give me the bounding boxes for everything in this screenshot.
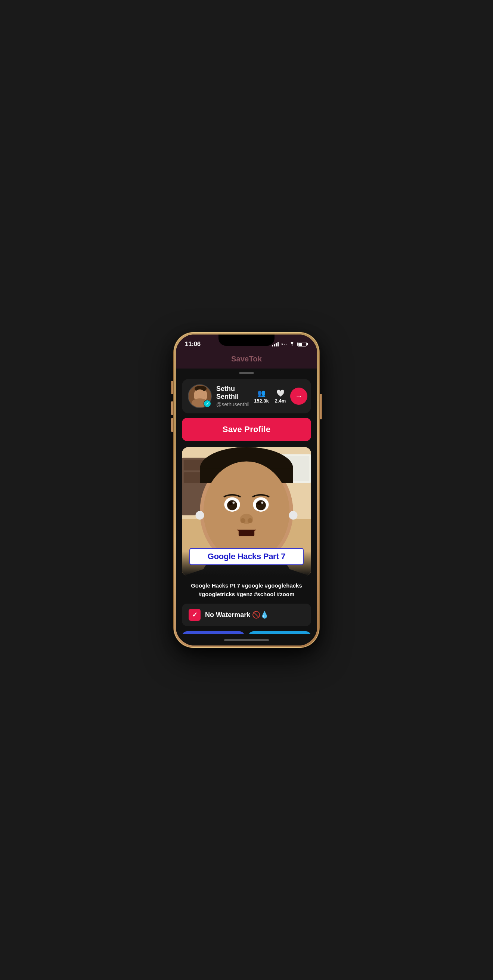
svg-point-20: [256, 500, 266, 510]
svg-point-19: [227, 500, 237, 510]
watermark-label: No Watermark 🚫💧: [205, 611, 268, 619]
action-buttons-row: ⟳ Play inSloMo 🎵 Shazam it: [182, 631, 311, 634]
save-profile-button[interactable]: Save Profile: [182, 418, 311, 441]
likes-stat: 🤍 2.4m: [275, 389, 286, 404]
video-title-overlay: Google Hacks Part 7: [189, 548, 304, 565]
svg-point-30: [289, 511, 297, 520]
svg-point-16: [204, 461, 290, 562]
checkbox-icon: ✓: [189, 609, 201, 621]
phone-frame: 11:06 ‣⋅⋅: [174, 332, 319, 648]
avatar-wrap: ✓: [188, 384, 212, 408]
battery-icon: [297, 342, 308, 347]
app-title: SaveTok: [231, 355, 262, 363]
notch: [219, 334, 274, 346]
svg-point-27: [247, 518, 252, 523]
phone-screen: 11:06 ‣⋅⋅: [176, 334, 317, 646]
wifi-icon-svg: [289, 342, 295, 347]
followers-count: 152.3k: [254, 398, 269, 404]
status-time: 11:06: [185, 340, 201, 348]
profile-card: ✓ Sethu Senthil @sethusenthil 👥 152.3k 🤍: [182, 379, 311, 414]
home-indicator: [176, 634, 317, 646]
profile-info: Sethu Senthil @sethusenthil: [216, 385, 249, 407]
content-area: ✓ Sethu Senthil @sethusenthil 👥 152.3k 🤍: [176, 369, 317, 634]
video-title: Google Hacks Part 7: [208, 552, 285, 561]
likes-count: 2.4m: [275, 398, 286, 404]
wifi-icon: ‣⋅⋅: [281, 341, 287, 347]
watermark-toggle[interactable]: ✓ No Watermark 🚫💧: [182, 604, 311, 626]
svg-point-21: [228, 501, 232, 505]
status-icons: ‣⋅⋅: [272, 341, 308, 347]
profile-arrow-button[interactable]: →: [290, 388, 308, 405]
profile-stats: 👥 152.3k 🤍 2.4m: [254, 389, 286, 404]
svg-point-26: [241, 518, 246, 523]
drag-handle: [239, 372, 254, 374]
svg-point-2: [196, 394, 199, 397]
video-caption: Google Hacks Pt 7 #google #googlehacks#g…: [182, 582, 311, 598]
profile-handle: @sethusenthil: [216, 401, 249, 407]
shazam-button[interactable]: 🎵 Shazam it: [248, 631, 311, 634]
svg-point-23: [233, 501, 235, 504]
svg-point-24: [261, 501, 263, 504]
video-thumbnail: Google Hacks Part 7: [182, 447, 311, 576]
play-slomo-button[interactable]: ⟳ Play inSloMo: [182, 631, 245, 634]
checkmark: ✓: [192, 611, 198, 619]
svg-point-22: [257, 501, 261, 505]
screen: 11:06 ‣⋅⋅: [176, 334, 317, 646]
svg-rect-28: [239, 530, 254, 536]
svg-point-29: [196, 511, 204, 520]
app-header: SaveTok: [176, 351, 317, 369]
profile-name: Sethu Senthil: [216, 385, 249, 401]
svg-point-5: [195, 386, 206, 392]
followers-icon: 👥: [257, 389, 266, 397]
followers-stat: 👥 152.3k: [254, 389, 269, 404]
verified-badge: ✓: [204, 400, 211, 407]
likes-icon: 🤍: [276, 389, 285, 397]
home-bar: [224, 639, 269, 641]
svg-point-3: [202, 394, 205, 397]
